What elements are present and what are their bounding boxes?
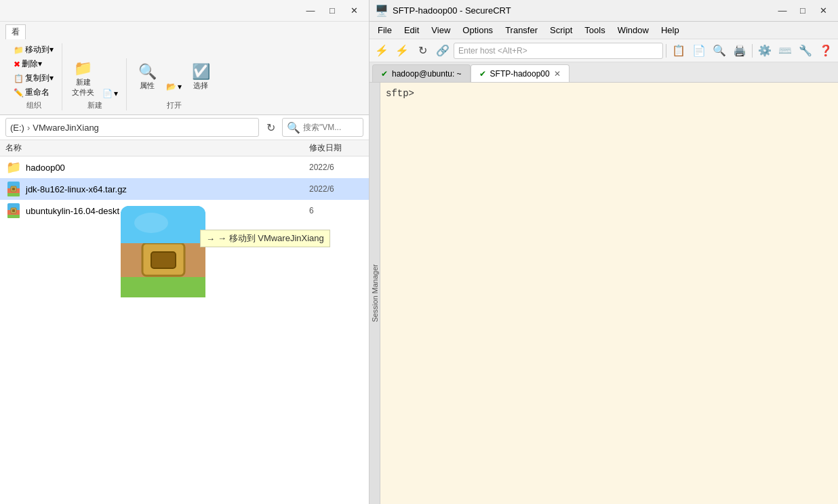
svg-rect-9: [12, 209, 15, 212]
terminal-prompt: sftp>: [386, 88, 414, 99]
svg-rect-2: [7, 193, 20, 196]
archive-icon: [5, 181, 22, 197]
ribbon-group-new: 📁 新建文件夹 📄 ▾ 新建: [64, 58, 127, 110]
archive-icon-2: [5, 203, 22, 219]
column-date[interactable]: 修改日期: [309, 142, 363, 154]
search-icon: 🔍: [287, 121, 300, 134]
delete-icon: ✖: [14, 60, 20, 69]
rename-icon: ✏️: [14, 88, 24, 98]
file-item-hadoop[interactable]: 📁 hadoop00 2022/6: [0, 156, 369, 178]
new-folder-button[interactable]: 📁 新建文件夹: [69, 58, 97, 99]
open-buttons: 🔍 属性 📂 ▾ ☑️ 选择: [134, 62, 214, 92]
new-buttons: 📁 新建文件夹 📄 ▾: [69, 58, 121, 99]
maximize-button[interactable]: □: [323, 3, 342, 18]
delete-button[interactable]: ✖ 删除▾: [11, 58, 45, 70]
select-button[interactable]: ☑️ 选择: [187, 62, 214, 92]
new-label: 新建: [87, 100, 102, 110]
toolbar-reconnect-icon[interactable]: ↻: [413, 42, 432, 60]
move-arrow-icon: →: [206, 234, 215, 244]
scrt-maximize-button[interactable]: □: [793, 3, 812, 18]
file-list: 📁 hadoop00 2022/6 jdk-8u162-linux-x64.ta…: [0, 156, 369, 504]
open-label: 打开: [167, 100, 182, 110]
organize-label: 组织: [26, 100, 41, 110]
properties-button[interactable]: 🔍 属性: [134, 62, 161, 92]
scrt-body: Session Manager sftp>: [370, 83, 838, 504]
organize-buttons: 📁 移动到▾ ✖ 删除▾ 📋 复制到▾ ✏️: [11, 43, 56, 99]
close-button[interactable]: ✕: [344, 3, 363, 18]
toolbar-question-icon[interactable]: ❓: [816, 42, 835, 60]
toolbar-settings-icon[interactable]: ⚙️: [755, 42, 774, 60]
tab-ssh-label: hadoop@ubuntu: ~: [392, 69, 462, 79]
scrt-title-buttons: — □ ✕: [773, 3, 833, 18]
file-name-jdk: jdk-8u162-linux-x64.tar.gz: [26, 184, 309, 194]
rename-label: 重命名: [25, 87, 49, 98]
terminal-area[interactable]: sftp>: [380, 83, 838, 504]
svg-rect-17: [121, 236, 205, 243]
copy-to-button[interactable]: 📋 复制到▾: [11, 72, 56, 85]
scrt-close-button[interactable]: ✕: [814, 3, 833, 18]
toolbar-lightning-icon[interactable]: ⚡: [393, 42, 412, 60]
menu-file[interactable]: File: [372, 24, 397, 37]
ribbon-content: 📁 移动到▾ ✖ 删除▾ 📋 复制到▾ ✏️: [5, 41, 363, 113]
file-date: 2022/6: [309, 163, 363, 172]
scrt-title-text: SFTP-hadoop00 - SecureCRT: [393, 5, 769, 16]
menu-window[interactable]: Window: [612, 24, 654, 37]
minimize-button[interactable]: —: [301, 3, 320, 18]
toolbar-find-icon[interactable]: 🔍: [710, 42, 729, 60]
tab-sftp-label: SFTP-hadoop00: [490, 69, 550, 79]
refresh-button[interactable]: ↻: [262, 119, 279, 136]
file-item-jdk[interactable]: jdk-8u162-linux-x64.tar.gz 2022/6: [0, 178, 369, 200]
scrt-minimize-button[interactable]: —: [773, 3, 792, 18]
column-name[interactable]: 名称: [5, 142, 309, 154]
scrt-title-icon: 🖥️: [375, 4, 388, 17]
winrar-popup-icon: [114, 203, 212, 303]
folder-icon: 📁: [74, 60, 92, 77]
tab-sftp-close-icon[interactable]: ✕: [554, 69, 561, 79]
scrt-tabs: ✔ hadoop@ubuntu: ~ ✔ SFTP-hadoop00 ✕: [370, 62, 838, 83]
properties-icon: 🔍: [138, 63, 157, 81]
menu-view[interactable]: View: [426, 24, 456, 37]
new-item-icon: 📄: [102, 89, 113, 98]
toolbar-split-icon[interactable]: ⚡: [372, 42, 391, 60]
svg-rect-4: [12, 188, 15, 190]
menu-transfer[interactable]: Transfer: [500, 24, 543, 37]
rename-button[interactable]: ✏️ 重命名: [11, 86, 52, 99]
open-dropdown-button[interactable]: 📂 ▾: [163, 81, 184, 92]
toolbar-sftp-icon[interactable]: 🔧: [796, 42, 815, 60]
copy-icon: 📋: [14, 74, 24, 83]
address-bar: (E:) › VMwareJinXiang ↻ 🔍: [0, 115, 369, 140]
svg-point-18: [134, 213, 168, 233]
scrt-tab-ssh[interactable]: ✔ hadoop@ubuntu: ~: [372, 64, 471, 82]
dropdown-icon: ▾: [114, 89, 118, 98]
select-label: 选择: [193, 81, 208, 91]
file-list-header: 名称 修改日期: [0, 140, 369, 156]
explorer-titlebar: — □ ✕: [0, 0, 369, 22]
svg-rect-15: [151, 252, 176, 268]
new-item-button[interactable]: 📄 ▾: [100, 88, 121, 99]
ribbon-group-open: 🔍 属性 📂 ▾ ☑️ 选择 打开: [128, 62, 220, 110]
svg-rect-7: [7, 215, 20, 218]
toolbar-copy-icon[interactable]: 📋: [669, 42, 688, 60]
scrt-titlebar: 🖥️ SFTP-hadoop00 - SecureCRT — □ ✕: [370, 0, 838, 22]
toolbar-keyboard-icon[interactable]: ⌨️: [776, 42, 795, 60]
session-manager-sidebar[interactable]: Session Manager: [370, 83, 380, 504]
toolbar-paste-icon[interactable]: 📄: [690, 42, 709, 60]
copy-label: 复制到▾: [25, 72, 54, 84]
menu-help[interactable]: Help: [656, 24, 685, 37]
scrt-tab-sftp[interactable]: ✔ SFTP-hadoop00 ✕: [471, 64, 570, 82]
ribbon-tab-view[interactable]: 看: [5, 24, 26, 39]
menu-edit[interactable]: Edit: [399, 24, 424, 37]
delete-label: 删除▾: [22, 58, 42, 70]
move-to-split: 📁 移动到▾ ✖ 删除▾ 📋 复制到▾ ✏️: [11, 43, 56, 99]
file-date-jdk: 2022/6: [309, 184, 363, 194]
menu-script[interactable]: Script: [544, 24, 578, 37]
search-input[interactable]: [303, 123, 357, 132]
menu-options[interactable]: Options: [457, 24, 498, 37]
toolbar-address-input[interactable]: Enter host <Alt+R>: [454, 43, 663, 59]
folder-icon: 📁: [5, 159, 22, 175]
toolbar-chain-icon[interactable]: 🔗: [433, 42, 452, 60]
move-to-button[interactable]: 📁 移动到▾: [11, 43, 56, 56]
toolbar-print-icon[interactable]: 🖨️: [730, 42, 749, 60]
menu-tools[interactable]: Tools: [579, 24, 610, 37]
breadcrumb[interactable]: (E:) › VMwareJinXiang: [5, 118, 259, 137]
